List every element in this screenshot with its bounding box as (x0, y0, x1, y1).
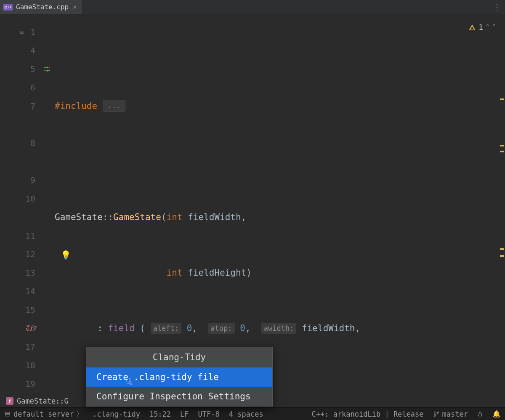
popup-item-create-clang-tidy[interactable]: Create .clang-tidy file (86, 367, 272, 387)
tab-menu-kebab-icon[interactable]: ⋮ (493, 0, 501, 14)
warning-triangle-icon (468, 24, 476, 31)
svg-rect-0 (472, 27, 473, 29)
fold-expand-icon[interactable]: ⊞ (20, 29, 24, 35)
gutter-line[interactable]: 19 (0, 375, 40, 393)
stripe-warning-mark[interactable] (500, 248, 504, 250)
gutter-line[interactable]: 8 (0, 134, 40, 152)
gutter-line[interactable]: 13 (0, 263, 40, 282)
popup-item-configure-inspection[interactable]: Configure Inspection Settings (86, 387, 272, 406)
intention-popup: Clang-Tidy Create .clang-tidy file Confi… (86, 347, 273, 407)
gutter-line[interactable]: 17 (0, 338, 40, 356)
cpp-file-icon: C++ (3, 4, 13, 11)
status-bar: default server〉 .clang-tidy 15:22 LF UTF… (0, 407, 505, 420)
gutter-line[interactable]: 16 ? (0, 319, 40, 338)
status-line-separator[interactable]: LF (180, 410, 189, 418)
stripe-warning-mark[interactable] (500, 145, 504, 146)
svg-rect-1 (472, 29, 473, 29)
status-run-config[interactable]: C++: arkanoidLib | Release (311, 410, 423, 418)
gutter-line[interactable]: 4 (0, 41, 40, 60)
svg-point-2 (27, 326, 32, 331)
close-tab-icon[interactable]: × (72, 3, 77, 12)
intention-bulb-icon[interactable]: 💡 (61, 246, 71, 264)
gutter-line[interactable]: 7 (0, 97, 40, 115)
status-notifications[interactable]: 🔔 (492, 410, 501, 418)
folded-region[interactable]: ... (103, 100, 126, 112)
gutter-line[interactable]: 10 (0, 189, 40, 208)
status-git-branch[interactable]: master (433, 410, 468, 418)
gutter-line[interactable] (0, 152, 40, 171)
bell-icon: 🔔 (492, 410, 501, 418)
chevron-up-icon[interactable]: ˄ (486, 23, 489, 32)
status-indent[interactable]: 4 spaces (229, 410, 263, 418)
gutter-line[interactable]: 14 (0, 282, 40, 300)
tab-bar: C++ GameState.cpp × ⋮ (0, 0, 505, 14)
status-encoding[interactable]: UTF-8 (198, 410, 220, 418)
gutter-line[interactable]: 12 (0, 245, 40, 263)
lock-icon (477, 411, 483, 417)
stripe-warning-mark[interactable] (500, 255, 504, 257)
tab-filename: GameState.cpp (16, 3, 69, 11)
gutter-line[interactable]: 9 (0, 171, 40, 189)
breadcrumb-label[interactable]: GameState::G (17, 397, 69, 405)
editor-area: 1 ⊞ 4 5 6 7 8 9 10 11 12 13 14 15 16 ? 1… (0, 14, 505, 394)
svg-point-7 (437, 412, 439, 413)
gutter-line[interactable]: 6 (0, 78, 40, 97)
gutter-line[interactable]: 18 (0, 356, 40, 375)
line-number-gutter[interactable]: 1 ⊞ 4 5 6 7 8 9 10 11 12 13 14 15 16 ? 1… (0, 14, 40, 394)
status-readonly-lock[interactable] (477, 411, 483, 417)
code-text-area[interactable]: 💡 #include ... GameState::GameState(int … (40, 14, 497, 394)
status-server[interactable]: default server〉 (4, 409, 83, 419)
inspection-gutter-icon[interactable]: ? (25, 324, 37, 332)
gutter-line[interactable]: 11 (0, 226, 40, 245)
gutter-line[interactable]: 15 (0, 300, 40, 319)
stripe-warning-mark[interactable] (500, 98, 504, 100)
status-caret-pos[interactable]: 15:22 (149, 410, 171, 418)
gutter-line[interactable]: 5 (0, 60, 40, 78)
server-icon (4, 411, 11, 417)
svg-point-6 (434, 415, 435, 416)
gutter-line[interactable] (0, 115, 40, 134)
gutter-line[interactable]: 1 ⊞ (0, 23, 40, 41)
inspection-indicator[interactable]: 1 ˄ ˅ (468, 23, 496, 32)
popup-title: Clang-Tidy (86, 347, 272, 367)
inspection-stripe[interactable] (497, 14, 505, 394)
tab-gamestate[interactable]: C++ GameState.cpp × (0, 0, 83, 14)
svg-rect-4 (5, 415, 10, 416)
svg-point-5 (434, 412, 435, 413)
chevron-down-icon[interactable]: ˅ (492, 23, 496, 32)
stripe-warning-mark[interactable] (500, 151, 504, 152)
svg-rect-8 (479, 414, 482, 416)
svg-rect-3 (5, 412, 10, 413)
git-branch-icon (433, 411, 440, 417)
gutter-line[interactable] (0, 208, 40, 226)
function-badge-icon: f (6, 397, 13, 405)
inspection-count: 1 (478, 23, 483, 32)
status-clang-tidy[interactable]: .clang-tidy (93, 410, 140, 418)
